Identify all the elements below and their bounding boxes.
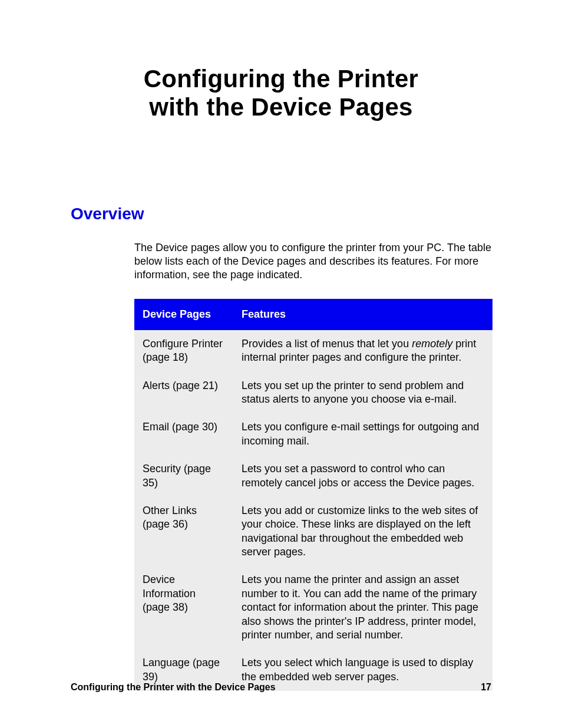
- table-row: Device Information (page 38) Lets you na…: [134, 566, 492, 649]
- row-name: Other Links (page 36): [134, 497, 233, 566]
- row-feature: Lets you add or customize links to the w…: [233, 497, 492, 566]
- table-row: Configure Printer (page 18) Provides a l…: [134, 330, 492, 372]
- intro-paragraph: The Device pages allow you to configure …: [71, 241, 491, 282]
- overview-heading: Overview: [71, 205, 491, 223]
- row-name: Email (page 30): [134, 413, 233, 455]
- page-footer: Configuring the Printer with the Device …: [71, 682, 491, 693]
- table-header-device-pages: Device Pages: [134, 299, 233, 330]
- row-feature: Lets you configure e-mail settings for o…: [233, 413, 492, 455]
- table-row: Security (page 35) Lets you set a passwo…: [134, 455, 492, 497]
- page-title: Configuring the Printer with the Device …: [71, 65, 491, 122]
- row-name: Configure Printer (page 18): [134, 330, 233, 372]
- document-page: Configuring the Printer with the Device …: [0, 0, 562, 728]
- footer-title: Configuring the Printer with the Device …: [71, 682, 276, 693]
- feature-text-pre: Provides a list of menus that let you: [242, 338, 412, 350]
- table-row: Alerts (page 21) Lets you set up the pri…: [134, 372, 492, 414]
- title-line-1: Configuring the Printer: [144, 65, 419, 93]
- row-feature: Provides a list of menus that let you re…: [233, 330, 492, 372]
- row-name: Alerts (page 21): [134, 372, 233, 414]
- row-feature: Lets you set a password to control who c…: [233, 455, 492, 497]
- row-feature: Lets you name the printer and assign an …: [233, 566, 492, 649]
- row-name: Device Information (page 38): [134, 566, 233, 649]
- row-name: Security (page 35): [134, 455, 233, 497]
- table-row: Email (page 30) Lets you configure e-mai…: [134, 413, 492, 455]
- footer-page-number: 17: [481, 682, 491, 693]
- row-feature: Lets you set up the printer to send prob…: [233, 372, 492, 414]
- table-row: Other Links (page 36) Lets you add or cu…: [134, 497, 492, 566]
- device-pages-table: Device Pages Features Configure Printer …: [134, 299, 492, 691]
- feature-text-em: remotely: [412, 338, 452, 350]
- table-header-features: Features: [233, 299, 492, 330]
- title-line-2: with the Device Pages: [149, 93, 412, 121]
- table-header-row: Device Pages Features: [134, 299, 492, 330]
